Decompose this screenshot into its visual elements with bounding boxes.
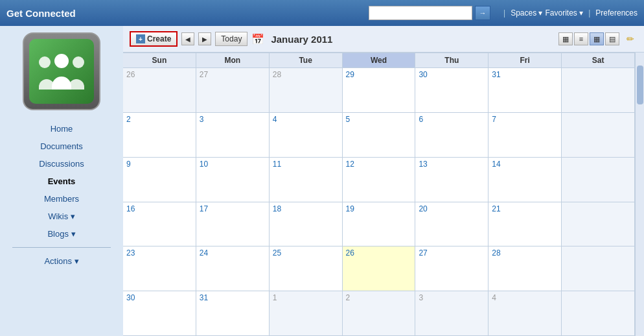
sidebar-item-documents[interactable]: Documents [0,138,123,154]
cal-cell-16: 16 [123,202,196,246]
calendar-wrapper: Sun Mon Tue Wed Thu Fri Sat 26 27 28 29 [123,53,644,336]
sidebar-logo-inner [29,39,94,104]
create-button[interactable]: + Create [130,31,178,47]
cal-cell-14: 14 [489,158,562,202]
cal-cell-30: 30 [123,291,196,335]
week-view-button[interactable]: ≡ [574,32,588,45]
grid-view-button[interactable]: ▦ [590,32,604,45]
cal-cell-18: 18 [270,202,343,246]
cal-cell-21: 21 [489,202,562,246]
day-header-mon: Mon [196,53,270,67]
cal-cell-24: 24 [196,246,270,291]
day-header-fri: Fri [489,53,562,67]
cal-cell-2: 2 [123,113,196,157]
calendar-toolbar: + Create ◀ ▶ Today 📅 January 2011 ▦ ≡ ▦ … [123,26,644,53]
sidebar-item-blogs[interactable]: Blogs ▾ [0,226,123,242]
cal-cell-27: 27 [415,246,489,291]
cal-cell-feb3: 3 [415,291,489,335]
sidebar-logo [23,32,100,110]
day-header-wed: Wed [343,53,416,67]
cal-cell-5: 5 [343,113,416,157]
cal-cell-dec27: 27 [196,68,270,112]
cal-cell-3: 3 [196,113,270,157]
day-header-sat: Sat [562,53,635,67]
calendar-week-6: 30 31 1 2 3 4 [123,291,635,336]
day-header-tue: Tue [270,53,343,67]
sidebar-item-actions[interactable]: Actions ▾ [0,253,123,269]
sidebar-separator [12,247,111,248]
edit-button[interactable]: ✏ [623,32,638,45]
cal-cell-feb2: 2 [343,291,416,335]
prev-month-button[interactable]: ◀ [181,32,194,45]
favorites-nav[interactable]: Favorites ▾ [545,8,583,18]
search-button[interactable]: → [475,6,490,20]
cal-cell-sat6 [562,291,635,335]
scroll-thumb[interactable] [637,66,643,104]
list-view-button[interactable]: ▤ [605,32,619,45]
day-header-sun: Sun [123,53,196,67]
cal-cell-20: 20 [415,202,489,246]
view-controls: ▦ ≡ ▦ ▤ ✏ [558,32,638,45]
topbar-nav: | Spaces ▾ Favorites ▾ | Preferences [501,8,638,18]
cal-cell-jan29: 29 [343,68,416,112]
create-icon: + [136,34,145,43]
search-area: → [369,6,490,20]
cal-cell-feb4: 4 [489,291,562,335]
person-head-right [73,56,84,68]
app-title: Get Connected [6,8,369,19]
cal-cell-17: 17 [196,202,270,246]
calendar-week-1: 26 27 28 29 30 31 [123,68,635,113]
sidebar-item-members[interactable]: Members [0,191,123,207]
cal-cell-7: 7 [489,113,562,157]
today-button[interactable]: Today [215,32,247,46]
cal-cell-6: 6 [415,113,489,157]
cal-cell-dec26: 26 [123,68,196,112]
main-layout: Home Documents Discussions Events Member… [0,26,644,336]
person-head-left [39,56,51,68]
sidebar-item-wikis[interactable]: Wikis ▾ [0,208,123,224]
cal-cell-10: 10 [196,158,270,202]
cal-cell-4: 4 [270,113,343,157]
cal-cell-31: 31 [196,291,270,335]
content-area: + Create ◀ ▶ Today 📅 January 2011 ▦ ≡ ▦ … [123,26,644,336]
cal-cell-sat2 [562,113,635,157]
cal-cell-19: 19 [343,202,416,246]
cal-cell-26-today: 26 [343,246,416,291]
preferences-nav[interactable]: Preferences [595,8,638,18]
next-month-button[interactable]: ▶ [198,32,211,45]
cal-cell-23: 23 [123,246,196,291]
cal-cell-jan31: 31 [489,68,562,112]
cal-cell-9: 9 [123,158,196,202]
cal-cell-jan30: 30 [415,68,489,112]
create-label: Create [147,34,171,43]
calendar-day-headers: Sun Mon Tue Wed Thu Fri Sat [123,53,635,68]
cal-cell-sat3 [562,158,635,202]
spaces-nav[interactable]: Spaces ▾ [511,8,542,18]
day-header-thu: Thu [415,53,489,67]
scrollbar[interactable] [635,53,644,336]
cal-cell-12: 12 [343,158,416,202]
cal-cell-sat4 [562,202,635,246]
sidebar: Home Documents Discussions Events Member… [0,26,123,336]
sidebar-item-home[interactable]: Home [0,121,123,137]
calendar-body: 26 27 28 29 30 31 2 3 4 5 6 [123,68,635,336]
calendar-week-4: 16 17 18 19 20 21 [123,202,635,247]
nav-separator-1: | [503,8,505,18]
topbar: Get Connected → | Spaces ▾ Favorites ▾ |… [0,0,644,26]
sidebar-item-events[interactable]: Events [0,173,123,189]
calendar-month-title: January 2011 [271,34,332,45]
cal-cell-11: 11 [270,158,343,202]
month-view-button[interactable]: ▦ [558,32,573,45]
nav-separator-2: | [588,8,590,18]
person-body-right [69,79,84,90]
sidebar-item-discussions[interactable]: Discussions [0,156,123,172]
cal-cell-25: 25 [270,246,343,291]
search-input[interactable] [369,6,472,20]
cal-cell-sat1 [562,68,635,112]
sidebar-nav: Home Documents Discussions Events Member… [0,121,123,269]
calendar-week-5: 23 24 25 26 27 28 [123,246,635,291]
cal-cell-13: 13 [415,158,489,202]
calendar-week-3: 9 10 11 12 13 14 [123,158,635,202]
people-icon [39,54,84,90]
cal-cell-feb1: 1 [270,291,343,335]
